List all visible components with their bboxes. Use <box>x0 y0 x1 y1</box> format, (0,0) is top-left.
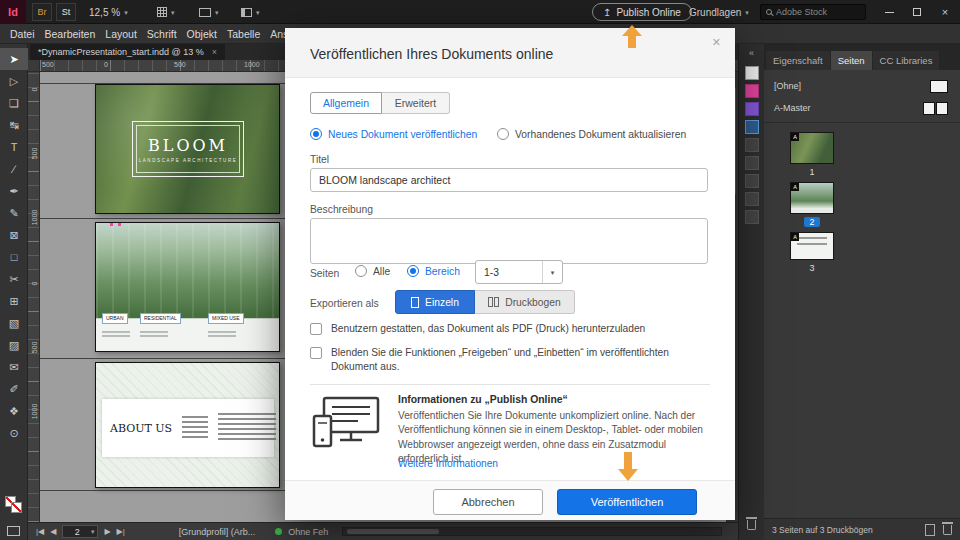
line-tool[interactable]: ∕ <box>0 158 28 180</box>
swatches-panel-icon[interactable] <box>745 102 759 116</box>
page-3-thumbnail[interactable]: A <box>790 232 834 260</box>
page-range-combobox[interactable]: 1-3 ▾ <box>475 260 563 284</box>
page-2-spread[interactable]: URBAN RESIDENTIAL MIXED USE <box>95 222 280 352</box>
about-us-frame[interactable]: ABOUT US <box>102 399 274 457</box>
hide-share-embed-checkbox[interactable]: Blenden Sie die Funktionen „Freigeben“ u… <box>310 346 699 374</box>
pencil-tool[interactable]: ✎ <box>0 202 28 224</box>
page-tool[interactable]: ❏ <box>0 92 28 114</box>
trash-icon[interactable] <box>747 520 756 530</box>
urban-label-frame[interactable]: URBAN <box>102 313 128 324</box>
radio-update-document[interactable]: Vorhandenes Dokument aktualisieren <box>497 128 686 140</box>
type-tool[interactable]: T <box>0 136 28 158</box>
preflight-status[interactable]: Ohne Feh <box>288 527 328 537</box>
bridge-icon[interactable]: Br <box>32 3 52 21</box>
gap-tool[interactable]: ↹ <box>0 114 28 136</box>
view-options-dropdown[interactable]: ▾ <box>152 0 180 24</box>
color-panel-icon[interactable] <box>745 84 759 98</box>
expand-panels-icon[interactable]: « <box>749 48 754 62</box>
page-2-label[interactable]: 2 <box>790 217 834 227</box>
window-minimize-button[interactable] <box>876 0 902 24</box>
mixed-use-label-frame[interactable]: MIXED USE <box>208 313 244 324</box>
radio-new-document[interactable]: Neues Dokument veröffentlichen <box>310 128 477 140</box>
tab-eigenschaften[interactable]: Eigenschaft <box>766 51 830 70</box>
tab-allgemein[interactable]: Allgemein <box>310 92 382 114</box>
eyedropper-tool[interactable]: ✐ <box>0 378 28 400</box>
direct-selection-tool[interactable]: ▷ <box>0 70 28 92</box>
title-input[interactable] <box>310 168 708 192</box>
menu-datei[interactable]: Datei <box>10 28 35 40</box>
free-transform-tool[interactable]: ⊞ <box>0 290 28 312</box>
scrollbar-thumb[interactable] <box>347 529 439 534</box>
dialog-close-icon[interactable]: ✕ <box>712 36 721 49</box>
rectangle-tool[interactable]: □ <box>0 246 28 268</box>
zoom-dropdown[interactable]: 12,5 % ▾ <box>84 0 133 24</box>
publish-online-button[interactable]: ↥ Publish Online <box>592 3 692 21</box>
previous-page-button[interactable]: ◀ <box>50 527 56 536</box>
gradient-panel-icon[interactable] <box>745 120 759 134</box>
screen-mode-dropdown[interactable]: ▾ <box>194 0 224 24</box>
page-3-spread[interactable]: ABOUT US <box>95 362 280 488</box>
last-page-button[interactable]: ▶| <box>117 527 125 536</box>
page-1-label[interactable]: 1 <box>790 167 834 177</box>
effects-panel-icon[interactable] <box>745 174 759 188</box>
bloom-title-frame[interactable]: BLOOM LANDSCAPE ARCHITECTURE <box>132 121 244 177</box>
horizontal-scrollbar[interactable] <box>342 527 722 536</box>
hand-tool[interactable]: ❖ <box>0 400 28 422</box>
document-tab[interactable]: *DynamicPresentation_start.indd @ 13 % × <box>30 44 225 60</box>
page-number-select[interactable]: 2 ▾ <box>62 525 98 538</box>
page-1-thumbnail[interactable]: A <box>790 132 834 164</box>
scissors-tool[interactable]: ✂ <box>0 268 28 290</box>
workspace-dropdown[interactable]: Grundlagen ▾ <box>684 0 754 24</box>
menu-tabelle[interactable]: Tabelle <box>227 28 260 40</box>
page-2-thumbnail[interactable]: A <box>790 182 834 214</box>
menu-bearbeiten[interactable]: Bearbeiten <box>45 28 96 40</box>
description-input[interactable] <box>310 218 708 264</box>
note-tool[interactable]: ✉ <box>0 356 28 378</box>
screen-mode-button[interactable] <box>7 526 20 536</box>
tab-seiten[interactable]: Seiten <box>831 51 872 70</box>
text-wrap-panel-icon[interactable] <box>745 192 759 206</box>
page-3-label[interactable]: 3 <box>790 263 834 273</box>
pen-tool[interactable]: ✒ <box>0 180 28 202</box>
gradient-feather-tool[interactable]: ▨ <box>0 334 28 356</box>
master-a-row[interactable]: A-Master <box>764 98 960 118</box>
links-panel-icon[interactable] <box>745 156 759 170</box>
new-page-icon[interactable] <box>925 524 935 536</box>
publish-button[interactable]: Veröffentlichen <box>557 489 697 515</box>
selection-tool[interactable]: ➤ <box>0 48 28 70</box>
stroke-panel-icon[interactable] <box>745 66 759 80</box>
window-close-button[interactable]: × <box>932 0 958 24</box>
residential-label-frame[interactable]: RESIDENTIAL <box>140 313 181 324</box>
menu-objekt[interactable]: Objekt <box>187 28 217 40</box>
stock-icon[interactable]: St <box>56 3 76 21</box>
tab-erweitert[interactable]: Erweitert <box>382 92 450 114</box>
allow-pdf-download-checkbox[interactable]: Benutzern gestatten, das Dokument als PD… <box>310 322 699 336</box>
tab-cc-libraries[interactable]: CC Libraries <box>873 51 940 70</box>
window-restore-button[interactable] <box>904 0 930 24</box>
menu-schrift[interactable]: Schrift <box>147 28 177 40</box>
radio-page-range[interactable]: Bereich <box>407 265 460 277</box>
preflight-profile[interactable]: [Grundprofil] (Arb... <box>179 527 256 537</box>
ruler-origin[interactable] <box>28 60 40 72</box>
page-1-spread[interactable]: BLOOM LANDSCAPE ARCHITECTURE <box>95 84 280 214</box>
gradient-tool[interactable]: ▧ <box>0 312 28 334</box>
next-page-button[interactable]: ▶ <box>104 527 110 536</box>
zoom-tool[interactable]: ⊙ <box>0 422 28 444</box>
export-single-button[interactable]: Einzeln <box>395 290 475 314</box>
search-input[interactable] <box>776 7 858 17</box>
stroke-swatch[interactable] <box>11 502 22 513</box>
align-panel-icon[interactable] <box>745 210 759 224</box>
tab-close-icon[interactable]: × <box>212 47 217 57</box>
vertical-ruler[interactable]: 0 500 1000 0 500 1000 <box>28 72 40 522</box>
cancel-button[interactable]: Abbrechen <box>433 489 543 515</box>
more-info-link[interactable]: Weitere Informationen <box>398 458 498 469</box>
radio-all-pages[interactable]: Alle <box>355 265 390 277</box>
export-spread-button[interactable]: Druckbogen <box>475 290 575 314</box>
arrange-documents-dropdown[interactable]: ▾ <box>236 0 265 24</box>
menu-layout[interactable]: Layout <box>105 28 137 40</box>
master-none-row[interactable]: [Ohne] <box>764 76 960 96</box>
layers-panel-icon[interactable] <box>745 138 759 152</box>
frame-tool[interactable]: ⊠ <box>0 224 28 246</box>
first-page-button[interactable]: |◀ <box>36 527 44 536</box>
delete-page-icon[interactable] <box>943 525 952 535</box>
